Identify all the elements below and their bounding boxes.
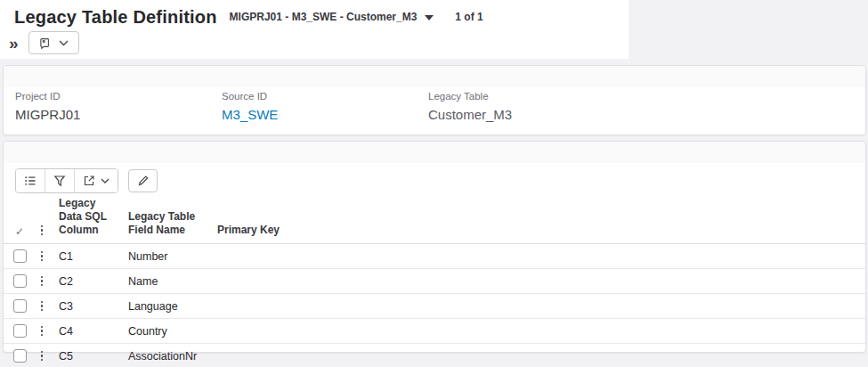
table-row[interactable]: C2 Name — [4, 269, 865, 294]
cell-field-name: Country — [128, 325, 217, 338]
cell-field-name: AssociationNr — [128, 350, 217, 363]
actions-menu-button[interactable] — [28, 31, 79, 54]
export-icon — [83, 175, 95, 187]
edit-button[interactable] — [128, 169, 158, 192]
field-project-id: Project ID MIGPRJ01 — [15, 91, 222, 122]
cell-sql-column: C2 — [59, 275, 128, 288]
project-id-label: Project ID — [15, 91, 222, 102]
table-row[interactable]: C5 AssociationNr — [4, 344, 865, 367]
table-row[interactable]: C4 Country — [4, 319, 865, 344]
row-menu-icon[interactable] — [36, 298, 48, 314]
row-checkbox[interactable] — [13, 349, 27, 363]
pencil-icon — [137, 175, 150, 187]
column-header-field-name[interactable]: Legacy Table Field Name — [128, 210, 217, 237]
row-checkbox[interactable] — [13, 249, 27, 263]
field-source-id: Source ID M3_SWE — [222, 91, 428, 122]
filter-icon — [53, 175, 66, 187]
export-menu-button[interactable] — [75, 169, 118, 192]
chevron-down-icon — [59, 40, 69, 46]
legacy-table-value: Customer_M3 — [428, 107, 635, 122]
grid-toolbar — [4, 163, 865, 197]
field-legacy-table: Legacy Table Customer_M3 — [428, 91, 635, 122]
row-checkbox[interactable] — [13, 324, 27, 338]
cell-field-name: Name — [128, 275, 217, 288]
row-menu-icon[interactable] — [36, 323, 48, 339]
caret-down-icon — [425, 15, 434, 20]
page-title: Legacy Table Definition — [14, 7, 217, 27]
cell-field-name: Number — [128, 250, 217, 263]
filter-button[interactable] — [45, 169, 75, 192]
app-root: Legacy Table Definition MIGPRJ01 - M3_SW… — [0, 0, 868, 367]
row-checkbox[interactable] — [13, 299, 27, 313]
cell-sql-column: C4 — [59, 325, 128, 338]
table-row[interactable]: C1 Number — [4, 244, 865, 269]
actions-icon — [39, 37, 51, 49]
project-id-value: MIGPRJ01 — [15, 107, 222, 122]
source-id-link[interactable]: M3_SWE — [222, 107, 428, 122]
table-row[interactable]: C3 Language — [4, 294, 865, 319]
select-all-checkmark-icon[interactable]: ✓ — [4, 226, 36, 237]
row-checkbox[interactable] — [13, 274, 27, 288]
list-icon — [24, 175, 37, 187]
row-menu-icon[interactable] — [36, 273, 48, 290]
source-id-label: Source ID — [222, 91, 428, 102]
chevron-down-icon — [101, 178, 110, 184]
double-chevron-right-icon[interactable]: » — [7, 35, 20, 52]
cell-sql-column: C3 — [59, 300, 128, 313]
page-header: Legacy Table Definition MIGPRJ01 - M3_SW… — [0, 0, 629, 59]
grid-card-band — [4, 142, 865, 163]
record-context-label: MIGPRJ01 - M3_SWE - Customer_M3 — [230, 11, 418, 23]
grid-toolbar-button-group — [15, 168, 118, 193]
column-header-sql-column[interactable]: Legacy Data SQL Column — [59, 197, 128, 237]
row-menu-icon[interactable] — [36, 348, 48, 364]
column-header-primary-key[interactable]: Primary Key — [217, 224, 865, 237]
cell-field-name: Language — [128, 300, 217, 313]
grid-card: ✓ Legacy Data SQL Column Legacy Table Fi… — [3, 141, 866, 353]
grid-header-row: ✓ Legacy Data SQL Column Legacy Table Fi… — [4, 197, 865, 244]
cell-sql-column: C5 — [59, 350, 128, 363]
row-menu-icon[interactable] — [36, 249, 48, 265]
header-row-menu-icon[interactable] — [36, 223, 48, 238]
row-height-button[interactable] — [16, 169, 45, 192]
legacy-table-label: Legacy Table — [428, 91, 635, 102]
cell-sql-column: C1 — [59, 250, 128, 263]
record-context-dropdown[interactable]: MIGPRJ01 - M3_SWE - Customer_M3 — [230, 11, 434, 23]
record-count: 1 of 1 — [455, 11, 483, 23]
form-card-band — [4, 66, 865, 87]
detail-form-card: Project ID MIGPRJ01 Source ID M3_SWE Leg… — [3, 65, 866, 135]
